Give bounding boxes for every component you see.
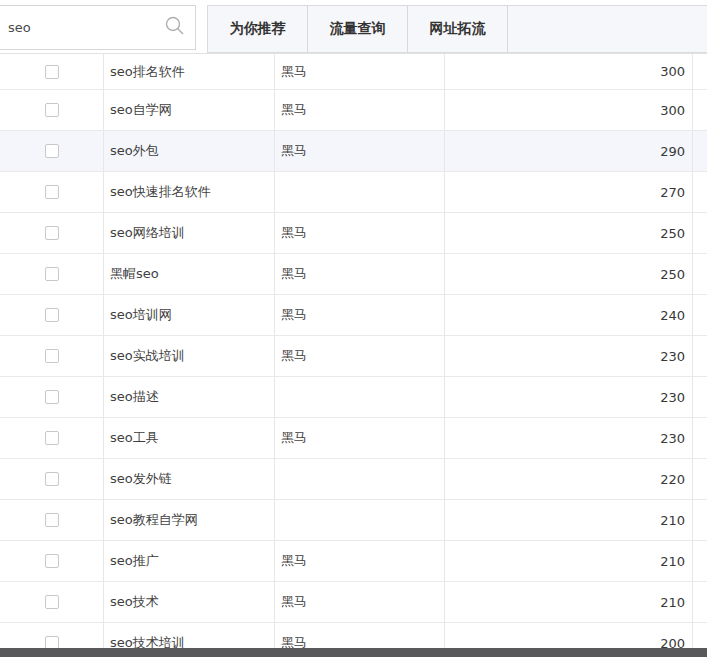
tag-cell: 黑马 xyxy=(275,254,445,294)
tag-cell: 黑马 xyxy=(275,54,445,89)
tab-bar: 为你推荐 流量查询 网址拓流 xyxy=(207,5,707,53)
table-row: seo工具黑马230 xyxy=(0,418,707,459)
table-row: seo技术黑马210 xyxy=(0,582,707,623)
tag-cell: 黑马 xyxy=(275,295,445,335)
keyword-cell[interactable]: seo教程自学网 xyxy=(104,500,275,540)
checkbox-cell xyxy=(0,500,104,540)
tag-cell: 黑马 xyxy=(275,336,445,376)
extra-cell xyxy=(693,213,707,253)
keyword-cell[interactable]: seo实战培训 xyxy=(104,336,275,376)
checkbox-cell xyxy=(0,582,104,622)
checkbox-cell xyxy=(0,336,104,376)
value-cell: 250 xyxy=(445,213,693,253)
row-checkbox[interactable] xyxy=(45,554,59,568)
search-box xyxy=(0,5,196,50)
keyword-cell[interactable]: seo技术 xyxy=(104,582,275,622)
row-checkbox[interactable] xyxy=(45,226,59,240)
value-cell: 210 xyxy=(445,541,693,581)
value-cell: 230 xyxy=(445,336,693,376)
table-row: seo实战培训黑马230 xyxy=(0,336,707,377)
tab-url-expand[interactable]: 网址拓流 xyxy=(408,6,508,52)
row-checkbox[interactable] xyxy=(45,103,59,117)
table-row: seo推广黑马210 xyxy=(0,541,707,582)
keyword-cell[interactable]: seo排名软件 xyxy=(104,54,275,89)
extra-cell xyxy=(693,418,707,458)
table-row: seo网络培训黑马250 xyxy=(0,213,707,254)
table-row: seo培训网黑马240 xyxy=(0,295,707,336)
checkbox-cell xyxy=(0,54,104,89)
value-cell: 270 xyxy=(445,172,693,212)
tag-cell: 黑马 xyxy=(275,90,445,130)
extra-cell xyxy=(693,254,707,294)
tag-cell: 黑马 xyxy=(275,131,445,171)
row-checkbox[interactable] xyxy=(45,431,59,445)
row-checkbox[interactable] xyxy=(45,144,59,158)
row-checkbox[interactable] xyxy=(45,308,59,322)
keyword-cell[interactable]: seo推广 xyxy=(104,541,275,581)
results-table: seo排名软件黑马300seo自学网黑马300seo外包黑马290seo快速排名… xyxy=(0,53,707,657)
row-checkbox[interactable] xyxy=(45,65,59,79)
extra-cell xyxy=(693,54,707,89)
extra-cell xyxy=(693,131,707,171)
row-checkbox[interactable] xyxy=(45,185,59,199)
table-row: seo描述230 xyxy=(0,377,707,418)
checkbox-cell xyxy=(0,90,104,130)
value-cell: 240 xyxy=(445,295,693,335)
checkbox-cell xyxy=(0,213,104,253)
row-checkbox[interactable] xyxy=(45,513,59,527)
extra-cell xyxy=(693,336,707,376)
value-cell: 230 xyxy=(445,377,693,417)
keyword-cell[interactable]: seo快速排名软件 xyxy=(104,172,275,212)
row-checkbox[interactable] xyxy=(45,267,59,281)
extra-cell xyxy=(693,582,707,622)
tab-traffic-query[interactable]: 流量查询 xyxy=(308,6,408,52)
value-cell: 220 xyxy=(445,459,693,499)
tab-recommended[interactable]: 为你推荐 xyxy=(208,6,308,52)
keyword-cell[interactable]: seo工具 xyxy=(104,418,275,458)
keyword-cell[interactable]: seo培训网 xyxy=(104,295,275,335)
tag-cell xyxy=(275,459,445,499)
keyword-cell[interactable]: seo发外链 xyxy=(104,459,275,499)
table-row: seo发外链220 xyxy=(0,459,707,500)
tag-cell: 黑马 xyxy=(275,541,445,581)
value-cell: 290 xyxy=(445,131,693,171)
extra-cell xyxy=(693,295,707,335)
checkbox-cell xyxy=(0,541,104,581)
table-row: seo排名软件黑马300 xyxy=(0,54,707,90)
checkbox-cell xyxy=(0,459,104,499)
tag-cell xyxy=(275,500,445,540)
search-icon[interactable] xyxy=(164,15,186,37)
table-row: seo快速排名软件270 xyxy=(0,172,707,213)
keyword-cell[interactable]: 黑帽seo xyxy=(104,254,275,294)
search-input[interactable] xyxy=(0,6,160,49)
checkbox-cell xyxy=(0,377,104,417)
keyword-cell[interactable]: seo描述 xyxy=(104,377,275,417)
row-checkbox[interactable] xyxy=(45,595,59,609)
value-cell: 230 xyxy=(445,418,693,458)
value-cell: 250 xyxy=(445,254,693,294)
value-cell: 300 xyxy=(445,90,693,130)
extra-cell xyxy=(693,377,707,417)
checkbox-cell xyxy=(0,418,104,458)
tag-cell xyxy=(275,172,445,212)
tag-cell: 黑马 xyxy=(275,213,445,253)
tag-cell: 黑马 xyxy=(275,582,445,622)
value-cell: 210 xyxy=(445,582,693,622)
checkbox-cell xyxy=(0,172,104,212)
horizontal-scrollbar[interactable] xyxy=(0,648,707,657)
keyword-cell[interactable]: seo网络培训 xyxy=(104,213,275,253)
extra-cell xyxy=(693,541,707,581)
row-checkbox[interactable] xyxy=(45,349,59,363)
table-row: seo自学网黑马300 xyxy=(0,90,707,131)
tag-cell xyxy=(275,377,445,417)
checkbox-cell xyxy=(0,131,104,171)
app-window: 为你推荐 流量查询 网址拓流 seo排名软件黑马300seo自学网黑马300se… xyxy=(0,0,707,657)
tag-cell: 黑马 xyxy=(275,418,445,458)
extra-cell xyxy=(693,500,707,540)
row-checkbox[interactable] xyxy=(45,472,59,486)
extra-cell xyxy=(693,459,707,499)
row-checkbox[interactable] xyxy=(45,390,59,404)
keyword-cell[interactable]: seo外包 xyxy=(104,131,275,171)
keyword-cell[interactable]: seo自学网 xyxy=(104,90,275,130)
extra-cell xyxy=(693,172,707,212)
